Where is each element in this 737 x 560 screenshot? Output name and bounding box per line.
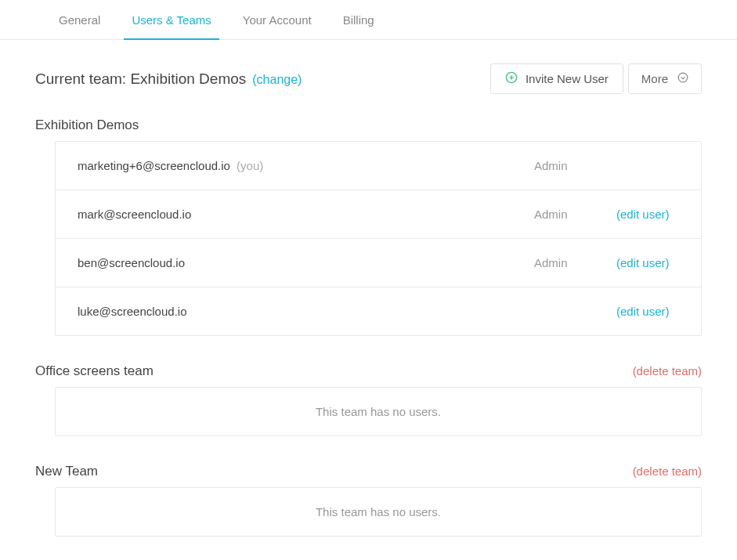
chevron-down-circle-icon (677, 72, 688, 85)
user-row-right: (edit user) (534, 305, 679, 318)
current-team-name: Exhibition Demos (130, 70, 246, 87)
tab-users-teams[interactable]: Users & Teams (124, 0, 219, 40)
delete-team-link[interactable]: (delete team) (633, 364, 702, 378)
page-header: Current team: Exhibition Demos (change) … (35, 63, 702, 94)
team-section: New Team(delete team)This team has no us… (35, 464, 702, 537)
team-header: Office screens team(delete team) (35, 363, 702, 379)
change-team-link[interactable]: (change) (252, 73, 302, 87)
user-role: Admin (534, 208, 573, 221)
current-team-prefix: Current team: (35, 70, 130, 87)
team-name-label: Exhibition Demos (35, 117, 139, 133)
svg-point-3 (678, 73, 688, 82)
tab-bar: General Users & Teams Your Account Billi… (0, 0, 737, 40)
user-email: ben@screencloud.io (78, 256, 534, 269)
edit-user-link[interactable]: (edit user) (616, 208, 679, 221)
team-section: Exhibition Demosmarketing+6@screencloud.… (35, 117, 702, 336)
user-row: mark@screencloud.ioAdmin(edit user) (56, 190, 701, 239)
empty-team-message: This team has no users. (55, 487, 702, 537)
user-row: luke@screencloud.io(edit user) (56, 287, 701, 335)
team-name-label: New Team (35, 464, 98, 479)
team-section: Office screens team(delete team)This tea… (35, 363, 702, 436)
edit-user-link[interactable]: (edit user) (616, 256, 679, 269)
team-header: New Team(delete team) (35, 464, 702, 479)
user-row-right: Admin (534, 159, 679, 172)
user-email-text: mark@screencloud.io (78, 208, 191, 221)
tab-your-account[interactable]: Your Account (235, 0, 320, 40)
user-email-text: marketing+6@screencloud.io (78, 159, 230, 172)
header-actions: Invite New User More (490, 63, 702, 94)
plus-circle-icon (505, 71, 518, 86)
user-email: mark@screencloud.io (78, 208, 534, 221)
more-button[interactable]: More (628, 63, 702, 94)
more-button-label: More (641, 72, 668, 85)
team-header: Exhibition Demos (35, 117, 702, 133)
user-row-right: Admin(edit user) (534, 256, 679, 269)
user-row: ben@screencloud.ioAdmin(edit user) (56, 239, 701, 287)
user-row-right: Admin(edit user) (534, 208, 679, 221)
empty-team-message: This team has no users. (55, 387, 702, 436)
user-role: Admin (534, 256, 573, 269)
user-list: marketing+6@screencloud.io (you)Adminmar… (55, 141, 702, 336)
content-area: Current team: Exhibition Demos (change) … (0, 40, 737, 560)
user-row: marketing+6@screencloud.io (you)Admin (56, 142, 701, 190)
user-email: luke@screencloud.io (78, 305, 534, 318)
current-team-text: Current team: Exhibition Demos (35, 70, 246, 88)
edit-user-link[interactable]: (edit user) (616, 305, 679, 318)
invite-button-label: Invite New User (526, 72, 609, 85)
tab-general[interactable]: General (51, 0, 108, 40)
user-role: Admin (534, 159, 573, 172)
invite-new-user-button[interactable]: Invite New User (490, 63, 623, 94)
you-label: (you) (233, 159, 263, 172)
current-team-label: Current team: Exhibition Demos (change) (35, 70, 302, 88)
user-email-text: luke@screencloud.io (78, 305, 186, 318)
user-email-text: ben@screencloud.io (78, 256, 185, 269)
delete-team-link[interactable]: (delete team) (633, 464, 702, 478)
tab-billing[interactable]: Billing (335, 0, 382, 40)
team-name-label: Office screens team (35, 363, 154, 379)
user-email: marketing+6@screencloud.io (you) (78, 159, 534, 172)
